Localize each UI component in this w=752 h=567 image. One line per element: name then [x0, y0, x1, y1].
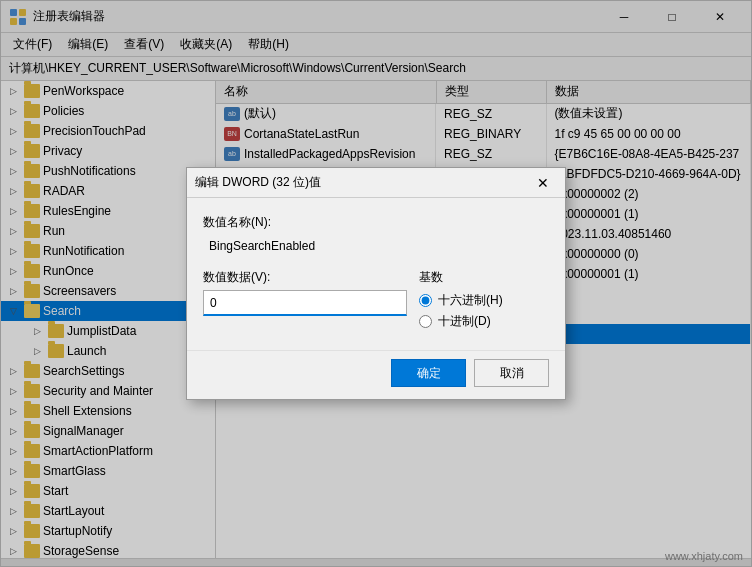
data-input-section: 数值数据(V): — [203, 269, 407, 330]
modal-title: 编辑 DWORD (32 位)值 — [195, 174, 529, 191]
field-name-value: BingSearchEnabled — [203, 235, 549, 257]
radio-dec[interactable] — [419, 315, 432, 328]
ok-button[interactable]: 确定 — [391, 359, 466, 387]
modal-close-button[interactable]: ✕ — [529, 171, 557, 195]
radio-dec-label[interactable]: 十进制(D) — [419, 313, 549, 330]
cancel-button[interactable]: 取消 — [474, 359, 549, 387]
data-value-input[interactable] — [203, 290, 407, 316]
modal-title-bar: 编辑 DWORD (32 位)值 ✕ — [187, 168, 565, 198]
radio-hex-text: 十六进制(H) — [438, 292, 503, 309]
modal-buttons: 确定 取消 — [187, 350, 565, 399]
modal-overlay: 编辑 DWORD (32 位)值 ✕ 数值名称(N): BingSearchEn… — [1, 1, 751, 566]
edit-dword-dialog: 编辑 DWORD (32 位)值 ✕ 数值名称(N): BingSearchEn… — [186, 167, 566, 400]
radio-hex[interactable] — [419, 294, 432, 307]
radio-dec-text: 十进制(D) — [438, 313, 491, 330]
base-section: 基数 十六进制(H) 十进制(D) — [419, 269, 549, 330]
radio-group: 十六进制(H) 十进制(D) — [419, 292, 549, 330]
modal-body: 数值名称(N): BingSearchEnabled 数值数据(V): 基数 十… — [187, 198, 565, 350]
field-name-label: 数值名称(N): — [203, 214, 549, 231]
field-data-label: 数值数据(V): — [203, 269, 407, 286]
base-label: 基数 — [419, 269, 549, 286]
radio-hex-label[interactable]: 十六进制(H) — [419, 292, 549, 309]
modal-data-row: 数值数据(V): 基数 十六进制(H) 十进制(D) — [203, 269, 549, 330]
